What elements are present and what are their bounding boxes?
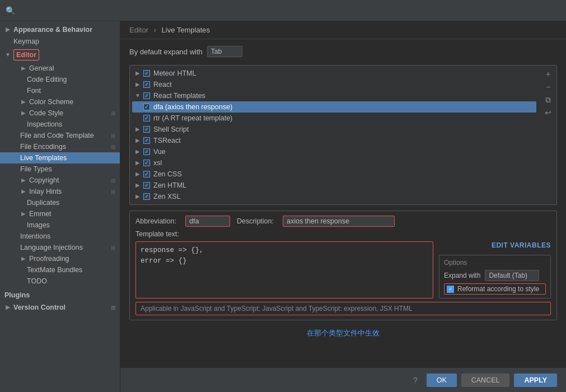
item-checkbox-dfa[interactable] — [143, 104, 150, 110]
expand-with-select[interactable]: Default (Tab) Tab Enter — [485, 270, 539, 281]
chevron-icon — [134, 92, 141, 99]
sidebar-item-code-editing[interactable]: Code Editing — [0, 74, 120, 85]
sidebar-item-file-types[interactable]: File Types — [0, 164, 120, 175]
template-text-row: response => {},error => {} EDIT VARIABLE… — [135, 241, 551, 298]
sidebar-item-appearance[interactable]: Appearance & Behavior — [0, 24, 120, 36]
applicable-bar[interactable]: Applicable in JavaScript and TypeScript;… — [135, 302, 551, 315]
chevron-icon — [134, 182, 141, 189]
description-input[interactable] — [283, 216, 395, 227]
chinese-subtitle: 在那个类型文件中生效 — [129, 326, 557, 340]
sidebar-item-general[interactable]: General — [0, 63, 120, 74]
chevron-icon — [20, 65, 27, 72]
sidebar-item-textmate-bundles[interactable]: TextMate Bundles — [0, 264, 120, 276]
copy-template-button[interactable]: ⧉ — [542, 94, 554, 106]
group-meteor-html[interactable]: Meteor HTML — [132, 68, 536, 79]
remove-template-button[interactable]: − — [542, 81, 554, 93]
chevron-icon — [20, 255, 27, 262]
cancel-button[interactable]: CANCEL — [461, 374, 510, 387]
sidebar-item-label: Keymap — [13, 38, 39, 45]
group-zen-xsl[interactable]: Zen XSL — [132, 191, 536, 202]
group-checkbox-zen-xsl[interactable] — [143, 193, 150, 200]
group-checkbox-react-templates[interactable] — [143, 92, 150, 99]
sidebar-item-color-scheme[interactable]: Color Scheme — [0, 96, 120, 108]
item-checkbox-rtr[interactable] — [143, 115, 150, 122]
group-name: Zen CSS — [153, 170, 182, 178]
abbreviation-label: Abbreviation: — [135, 217, 176, 225]
sidebar-item-duplicates[interactable]: Duplicates — [0, 197, 120, 208]
chevron-icon — [20, 211, 27, 217]
chevron-icon — [4, 304, 11, 311]
help-icon[interactable]: ? — [409, 376, 422, 385]
template-item-rtr[interactable]: rtr (A RT repeat template) — [132, 113, 536, 124]
chevron-icon — [20, 188, 27, 195]
sidebar-item-version-control[interactable]: Version Control ⊞ — [0, 301, 120, 314]
sidebar-item-file-code-template[interactable]: File and Code Template ⊞ — [0, 130, 120, 141]
chevron-icon — [134, 137, 141, 144]
sidebar-item-keymap[interactable]: Keymap — [0, 36, 120, 47]
sidebar-item-label: Appearance & Behavior — [13, 26, 92, 34]
group-checkbox-react[interactable] — [143, 81, 150, 88]
sidebar-item-editor[interactable]: Editor — [0, 47, 120, 63]
template-item-dfa[interactable]: dfa (axios then response) — [132, 101, 536, 113]
badge-icon: ⊞ — [111, 133, 115, 139]
sidebar-item-label: Code Style — [29, 109, 63, 117]
group-zen-css[interactable]: Zen CSS — [132, 169, 536, 180]
group-react[interactable]: React — [132, 79, 536, 90]
chevron-icon — [134, 148, 141, 155]
sidebar-item-font[interactable]: Font — [0, 85, 120, 96]
sidebar-item-label: Copyright — [29, 176, 59, 184]
sidebar-item-proofreading[interactable]: Proofreading — [0, 253, 120, 264]
item-name: rtr (A RT repeat template) — [153, 114, 232, 122]
group-tsreact[interactable]: TSReact — [132, 135, 536, 146]
sidebar-item-inlay-hints[interactable]: Inlay Hints ⊞ — [0, 186, 120, 197]
template-code-area[interactable]: response => {},error => {} — [135, 241, 433, 298]
group-checkbox-zen-html[interactable] — [143, 182, 150, 189]
badge-icon: ⊞ — [111, 178, 115, 184]
chevron-icon — [134, 81, 141, 88]
group-checkbox-zen-css[interactable] — [143, 171, 150, 178]
sidebar-item-code-style[interactable]: Code Style ⊞ — [0, 108, 120, 119]
badge-icon: ⊞ — [111, 189, 115, 195]
breadcrumb-separator: › — [154, 26, 156, 34]
sidebar-item-label: Font — [27, 87, 41, 95]
sidebar-item-emmet[interactable]: Emmet — [0, 208, 120, 220]
group-checkbox-tsreact[interactable] — [143, 137, 150, 144]
group-xsl[interactable]: xsl — [132, 157, 536, 169]
ok-button[interactable]: OK — [427, 374, 457, 387]
sidebar-item-live-templates[interactable]: Live Templates — [0, 152, 120, 164]
sidebar-item-images[interactable]: Images — [0, 220, 120, 231]
sidebar-item-language-injections[interactable]: Language Injections ⊞ — [0, 242, 120, 253]
expand-with-label: Expand with — [444, 272, 480, 279]
group-zen-html[interactable]: Zen HTML — [132, 180, 536, 191]
undo-template-button[interactable]: ↩ — [542, 106, 554, 119]
sidebar-item-label: File Types — [20, 165, 52, 173]
chevron-icon — [134, 70, 141, 77]
sidebar-item-file-encodings[interactable]: File Encodings ⊞ — [0, 141, 120, 152]
sidebar-item-label: Color Scheme — [29, 98, 73, 106]
group-checkbox-xsl[interactable] — [143, 160, 150, 166]
apply-button[interactable]: APPLY — [514, 374, 557, 387]
group-shell-script[interactable]: Shell Script — [132, 124, 536, 135]
sidebar-item-label: Version Control — [13, 304, 66, 311]
reformat-checkbox[interactable]: ✓ — [447, 286, 454, 293]
group-name: xsl — [153, 159, 162, 167]
edit-variables-button[interactable]: EDIT VARIABLES — [439, 241, 551, 249]
abbreviation-input[interactable] — [185, 216, 230, 227]
search-icon[interactable]: 🔍 — [6, 6, 15, 15]
footer: ? OK CANCEL APPLY — [120, 367, 566, 392]
sidebar-item-inspections[interactable]: Inspections — [0, 119, 120, 130]
sidebar-item-plugins[interactable]: Plugins — [0, 289, 120, 301]
group-vue[interactable]: Vue — [132, 146, 536, 157]
sidebar-item-copyright[interactable]: Copyright ⊞ — [0, 175, 120, 186]
group-checkbox-meteor-html[interactable] — [143, 70, 150, 77]
group-checkbox-shell[interactable] — [143, 126, 150, 133]
group-react-templates[interactable]: React Templates — [132, 90, 536, 101]
group-checkbox-vue[interactable] — [143, 148, 150, 155]
sidebar-item-todo[interactable]: TODO — [0, 276, 120, 287]
sidebar-item-intentions[interactable]: Intentions — [0, 231, 120, 242]
group-name: Zen HTML — [153, 181, 186, 189]
add-template-button[interactable]: + — [542, 68, 554, 80]
bottom-section: Abbreviation: Description: Template text… — [129, 211, 557, 320]
options-group: Options Expand with Default (Tab) Tab En… — [439, 255, 551, 298]
expand-select[interactable]: Tab Enter Space — [207, 46, 242, 57]
